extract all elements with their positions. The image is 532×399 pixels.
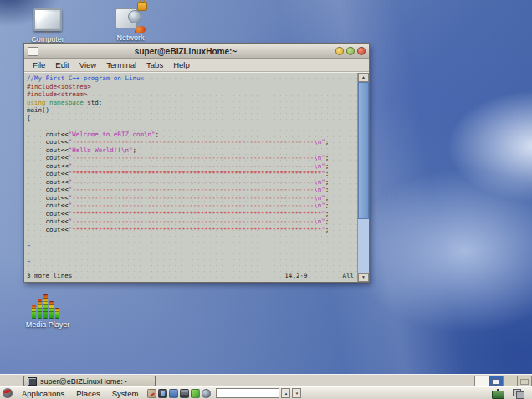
screenshot-tool-icon[interactable] — [158, 389, 167, 398]
task-button-label: super@eBIZLinuxHome:~ — [40, 377, 127, 386]
workspace-1[interactable] — [474, 376, 489, 386]
code-line: cout<<"---------------------------------… — [27, 202, 357, 210]
file-cabinet-icon[interactable] — [180, 389, 189, 398]
bottom-panel: Applications Places System ▴ ▾ — [0, 386, 532, 399]
code-line: cout<<"Welcome to eBIZ.com\n"; — [27, 130, 357, 139]
package-manager-icon[interactable] — [191, 389, 200, 398]
code-line: cout<<"---------------------------------… — [27, 178, 357, 187]
code-line: cout<<"Hello World!!\n"; — [27, 146, 357, 155]
code-line: main() — [27, 106, 357, 115]
code-line: cout<<"---------------------------------… — [27, 138, 357, 146]
network-mascot-icon — [136, 26, 146, 33]
workspace-window-icon — [492, 379, 500, 385]
workspace-switcher — [475, 376, 532, 386]
applet-up-button[interactable]: ▴ — [281, 388, 290, 398]
menu-tabs[interactable]: Tabs — [141, 59, 168, 70]
scrollbar-track[interactable] — [358, 82, 369, 273]
code-line: cout<<"---------------------------------… — [27, 194, 357, 202]
dual-monitor-tray-icon[interactable] — [513, 389, 524, 398]
code-line: cout<<"---------------------------------… — [27, 162, 357, 171]
mail-client-icon[interactable] — [147, 389, 156, 398]
taskbar: super@eBIZLinuxHome:~ — [0, 374, 532, 386]
code-line: cout<<"*********************************… — [27, 226, 357, 234]
workspace-3[interactable] — [503, 376, 518, 386]
code-line: #include<iostrea> — [27, 83, 357, 91]
terminal-content: //My First C++ program on Linux#include<… — [24, 72, 369, 282]
code-line — [27, 233, 357, 242]
scroll-up-icon[interactable]: ▲ — [358, 73, 369, 82]
menu-terminal[interactable]: Terminal — [101, 59, 141, 70]
globe-icon — [128, 10, 141, 23]
code-line: using namespace std; — [27, 99, 357, 107]
menu-help[interactable]: Help — [168, 59, 195, 70]
code-line: ~ — [27, 258, 357, 266]
window-controls — [333, 47, 366, 55]
lock-badge-icon — [137, 2, 147, 11]
scrollbar[interactable]: ▲ ▼ — [357, 73, 369, 282]
updates-tray-icon[interactable] — [492, 391, 504, 399]
status-message: 3 more lines — [27, 272, 72, 280]
network-icon — [114, 5, 147, 32]
close-button[interactable] — [357, 47, 366, 55]
places-menu[interactable]: Places — [70, 389, 106, 398]
maximize-button[interactable] — [346, 47, 355, 55]
web-browser-icon[interactable] — [202, 389, 211, 398]
desktop-icon-label: Network — [109, 33, 152, 42]
desktop-icon-label: Media Player — [23, 320, 72, 329]
window-menu-icon[interactable] — [28, 47, 38, 56]
desktop: Computer Network Media Player super@eBIZ… — [0, 0, 532, 399]
computer-icon — [33, 8, 62, 31]
workspace-window-outline-icon — [520, 379, 529, 385]
applications-menu[interactable]: Applications — [16, 389, 70, 398]
computer-icon-stand — [43, 31, 52, 33]
workspace-2[interactable] — [489, 376, 504, 386]
menu-bar: File Edit View Terminal Tabs Help — [24, 59, 369, 72]
scroll-indicator: All — [342, 272, 354, 280]
workspace-4[interactable] — [517, 376, 532, 386]
code-line: cout<<"*********************************… — [27, 210, 357, 218]
code-line: cout<<"---------------------------------… — [27, 154, 357, 162]
code-line: cout<<"---------------------------------… — [27, 186, 357, 194]
code-line: ~ — [27, 249, 357, 258]
minimize-button[interactable] — [335, 47, 344, 55]
scroll-down-icon[interactable]: ▼ — [358, 273, 369, 282]
menu-view[interactable]: View — [74, 59, 101, 70]
vim-area: //My First C++ program on Linux#include<… — [24, 73, 357, 282]
code-line: { — [27, 115, 357, 123]
monitor-launcher-icon[interactable] — [169, 389, 178, 398]
scrollbar-thumb[interactable] — [358, 82, 369, 219]
system-menu[interactable]: System — [106, 389, 145, 398]
window-title: super@eBIZLinuxHome:~ — [38, 47, 333, 56]
distro-logo-icon[interactable] — [3, 388, 13, 398]
code-line: cout<<"*********************************… — [27, 170, 357, 178]
desktop-icon-computer[interactable]: Computer — [27, 8, 69, 43]
terminal-icon — [28, 377, 37, 386]
desktop-icon-media-player[interactable]: Media Player — [23, 294, 72, 329]
cursor-position: 14,2-9 — [284, 272, 307, 280]
code-line: ~ — [27, 242, 357, 250]
vim-buffer[interactable]: //My First C++ program on Linux#include<… — [27, 74, 357, 272]
code-line — [27, 122, 357, 130]
applet-down-button[interactable]: ▾ — [292, 388, 301, 398]
menu-edit[interactable]: Edit — [50, 59, 74, 70]
title-bar[interactable]: super@eBIZLinuxHome:~ — [24, 44, 369, 59]
code-line: //My First C++ program on Linux — [27, 74, 357, 83]
applet-entry[interactable] — [216, 388, 279, 398]
desktop-icon-network[interactable]: Network — [109, 5, 152, 42]
menu-file[interactable]: File — [28, 59, 50, 70]
desktop-icon-label: Computer — [27, 35, 69, 43]
code-line: #include<stream> — [27, 90, 357, 99]
terminal-window: super@eBIZLinuxHome:~ File Edit View Ter… — [23, 43, 370, 283]
vim-status-line: 3 more lines 14,2-9 All — [27, 272, 357, 281]
code-line: cout<<"---------------------------------… — [27, 217, 357, 226]
equalizer-icon — [32, 294, 64, 319]
launcher-area — [147, 389, 211, 398]
task-button-terminal[interactable]: super@eBIZLinuxHome:~ — [23, 376, 156, 386]
